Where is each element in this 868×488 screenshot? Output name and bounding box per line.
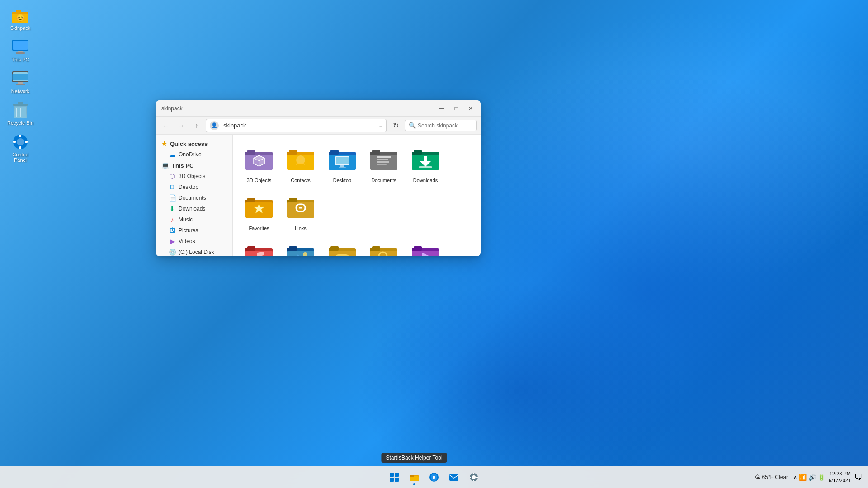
svg-rect-68 [287, 251, 314, 256]
folder-favorites[interactable]: Favorites [240, 190, 278, 234]
folder-downloads[interactable]: Downloads [406, 142, 444, 186]
tray-battery-icon[interactable]: 🔋 [818, 474, 825, 481]
local-disk-sidebar-icon: 💿 [169, 249, 176, 256]
3d-objects-sidebar-icon: ⬡ [169, 173, 176, 180]
tray-expand-icon[interactable]: ∧ [793, 474, 797, 480]
documents-folder-icon [369, 145, 398, 174]
sidebar-item-onedrive[interactable]: ☁ OneDrive [158, 149, 231, 160]
svg-rect-10 [18, 82, 23, 84]
svg-rect-52 [414, 150, 422, 155]
sidebar-item-videos[interactable]: ▶ Videos [158, 236, 231, 247]
taskbar-clock[interactable]: 12:28 PM 6/17/2021 [829, 470, 851, 484]
this-pc-header[interactable]: 💻 This PC [156, 160, 232, 171]
search-box[interactable]: 🔍 [405, 120, 477, 131]
edge-taskbar-button[interactable]: e [425, 468, 443, 486]
pictures-folder-icon [286, 242, 315, 256]
network-label: Network [11, 89, 29, 94]
folder-saved-games[interactable]: Saved Games [323, 238, 361, 256]
svg-rect-5 [13, 41, 28, 50]
svg-rect-90 [414, 246, 422, 251]
svg-rect-101 [449, 474, 458, 481]
svg-rect-27 [247, 150, 255, 155]
address-input[interactable]: 👤 skinpack ⌄ [206, 119, 387, 132]
close-button[interactable]: ✕ [464, 102, 477, 115]
tray-sound-icon[interactable]: 🔊 [808, 474, 816, 481]
sidebar-item-documents[interactable]: 📄 Documents [158, 192, 231, 203]
svg-rect-105 [473, 480, 474, 481]
desktop: 😊 Skinpack This PC [0, 0, 868, 488]
refresh-button[interactable]: ↻ [389, 119, 402, 132]
svg-rect-104 [473, 473, 474, 474]
downloads-sidebar-icon: ⬇ [169, 205, 176, 212]
weather-widget[interactable]: 🌤 65°F Clear [755, 474, 788, 480]
folder-3d-objects[interactable]: 3D Objects [240, 142, 278, 186]
desktop-icon-skinpack[interactable]: 😊 Skinpack [5, 5, 36, 33]
folder-desktop[interactable]: Desktop [323, 142, 361, 186]
quick-access-header[interactable]: ★ Quick access [156, 138, 232, 149]
up-button[interactable]: ↑ [190, 119, 203, 132]
3d-objects-folder-icon [245, 145, 274, 174]
documents-sidebar-label: Documents [179, 195, 206, 201]
downloads-folder-icon [411, 145, 440, 174]
file-row-1: 3D Objects [240, 142, 473, 235]
this-pc-icon [11, 38, 29, 56]
svg-rect-33 [289, 150, 297, 155]
desktop-icon-area: 😊 Skinpack This PC [5, 5, 36, 164]
sidebar-item-pictures[interactable]: 🖼 Pictures [158, 225, 231, 236]
svg-text:e: e [433, 474, 436, 480]
network-icon [11, 70, 29, 88]
folder-pictures[interactable]: Pictures [282, 238, 320, 256]
user-icon: 👤 [210, 121, 219, 130]
file-grid: 3D Objects [233, 135, 481, 256]
sidebar-item-downloads[interactable]: ⬇ Downloads [158, 203, 231, 214]
quick-access-star-icon: ★ [161, 140, 167, 147]
sidebar: ★ Quick access ☁ OneDrive 💻 This PC ⬡ 3D… [156, 135, 233, 256]
sidebar-item-music[interactable]: ♪ Music [158, 214, 231, 225]
system-tray: ∧ 📶 🔊 🔋 [793, 474, 825, 481]
svg-rect-55 [419, 166, 432, 168]
sidebar-item-local-disk[interactable]: 💿 (C:) Local Disk [158, 247, 231, 256]
search-icon: 🔍 [409, 122, 416, 129]
svg-rect-94 [390, 478, 394, 482]
minimize-button[interactable]: — [435, 102, 448, 115]
folder-links[interactable]: Links [282, 190, 320, 234]
maximize-button[interactable]: □ [450, 102, 462, 115]
desktop-icon-recycle-bin[interactable]: Recycle Bin [5, 99, 36, 127]
svg-rect-21 [19, 135, 21, 137]
sidebar-item-3d-objects[interactable]: ⬡ 3D Objects [158, 171, 231, 182]
svg-rect-95 [395, 478, 399, 482]
start-button[interactable] [385, 468, 403, 486]
svg-rect-11 [16, 84, 25, 85]
notification-button[interactable]: 🗨 [854, 473, 863, 482]
settings-taskbar-button[interactable] [465, 468, 483, 486]
svg-rect-106 [470, 477, 471, 478]
desktop-icon-network[interactable]: Network [5, 68, 36, 96]
svg-rect-23 [13, 141, 16, 143]
tray-network-icon[interactable]: 📶 [799, 474, 807, 481]
svg-rect-46 [377, 156, 391, 158]
mail-taskbar-button[interactable] [445, 468, 463, 486]
back-button[interactable]: ← [160, 119, 172, 132]
links-label: Links [295, 225, 307, 231]
skinpack-label: Skinpack [10, 25, 31, 31]
file-explorer-taskbar-button[interactable]: StartIsBack Helper Tool [405, 468, 423, 486]
folder-music[interactable]: Music [240, 238, 278, 256]
desktop-icon-this-pc[interactable]: This PC [5, 36, 36, 64]
svg-point-35 [299, 156, 302, 160]
folder-videos[interactable]: Videos [406, 238, 444, 256]
forward-button[interactable]: → [175, 119, 188, 132]
documents-sidebar-icon: 📄 [169, 194, 176, 202]
sidebar-item-desktop[interactable]: 🖥 Desktop [158, 182, 231, 192]
folder-documents[interactable]: Documents [365, 142, 403, 186]
file-row-2: Music [240, 238, 473, 256]
videos-sidebar-label: Videos [179, 238, 195, 244]
svg-rect-6 [18, 51, 23, 52]
desktop-icon-control-panel[interactable]: Control Panel [5, 131, 36, 164]
address-path: skinpack [223, 122, 377, 129]
folder-searches[interactable]: Searches [365, 238, 403, 256]
search-input[interactable] [418, 122, 473, 129]
svg-rect-47 [377, 159, 388, 160]
svg-rect-58 [247, 198, 255, 202]
desktop-sidebar-icon: 🖥 [169, 183, 176, 191]
folder-contacts[interactable]: Contacts [282, 142, 320, 186]
